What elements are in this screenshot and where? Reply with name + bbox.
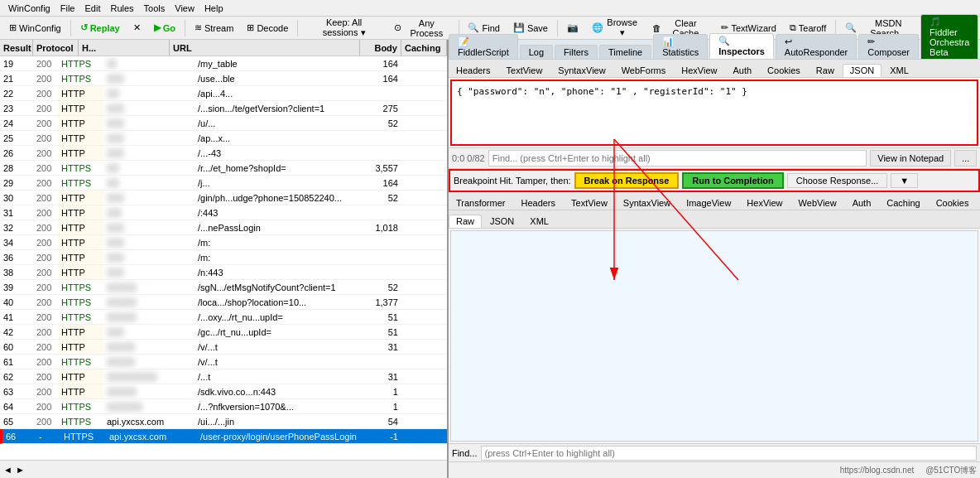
winconfig-icon: ⊞	[9, 22, 17, 33]
resp-tab-auth[interactable]: Auth	[845, 196, 879, 210]
tab-composer[interactable]: ✏ Composer	[858, 34, 919, 59]
table-row[interactable]: 61 200 HTTPS gd-st... /v/...t	[0, 355, 447, 369]
find-input[interactable]	[488, 150, 867, 167]
decode-button[interactable]: ⊞ Decode	[241, 20, 294, 36]
table-row-selected[interactable]: 66 - HTTPS api.yxcsx.com /user-proxy/log…	[0, 429, 447, 444]
table-row[interactable]: 23 200 HTTP host /...sion.../te/getVersi…	[0, 101, 447, 116]
table-row[interactable]: 36 200 HTTP host /m:	[0, 250, 447, 265]
browse-button[interactable]: 🌐 Browse ▾	[586, 15, 645, 41]
req-tab-xml[interactable]: XML	[882, 64, 916, 77]
table-row[interactable]: 30 200 HTTP host /gin/ph...udge?phone=15…	[0, 191, 447, 205]
table-row[interactable]: 34 200 HTTP host /m:	[0, 235, 447, 250]
table-row[interactable]: 24 200 HTTP host /u/... 52	[0, 116, 447, 131]
table-row[interactable]: 63 200 HTTP nel to... /sdk.vivo.co...n:4…	[0, 384, 447, 399]
resp-tab-webview[interactable]: WebView	[791, 196, 844, 210]
req-tab-raw[interactable]: Raw	[809, 64, 842, 77]
table-row[interactable]: 22 200 HTTP api /api...4...	[0, 86, 447, 101]
replay-button[interactable]: ↺ Replay	[74, 20, 126, 36]
table-body[interactable]: 19 200 HTTPS ap /my_table 164 21 200 HTT…	[0, 56, 447, 460]
resp-tab-syntaxview[interactable]: SyntaxView	[616, 196, 678, 210]
bottom-find-input[interactable]	[481, 446, 978, 461]
scroll-right[interactable]: ►	[16, 465, 444, 475]
resp-tab-headers[interactable]: Headers	[513, 196, 563, 210]
run-to-completion-button[interactable]: Run to Completion	[682, 172, 783, 189]
req-tab-cookies[interactable]: Cookies	[760, 64, 808, 77]
keep-sessions-button[interactable]: Keep: All sessions ▾	[301, 15, 387, 41]
tab-autoresponder[interactable]: ↩ AutoResponder	[776, 34, 857, 59]
table-row[interactable]: 28 200 HTTPS x... /r.../et_home?shopId= …	[0, 161, 447, 176]
go-button[interactable]: ▶ Go	[148, 20, 181, 36]
req-tab-auth[interactable]: Auth	[725, 64, 759, 77]
request-content-area: { "password": "n", "phone": "1" , "regis…	[450, 80, 978, 146]
tab-statistics[interactable]: 📊 Statistics	[653, 34, 708, 59]
req-tab-syntaxview[interactable]: SyntaxView	[550, 64, 612, 77]
close-button[interactable]: ✕	[127, 20, 147, 36]
table-row[interactable]: 42 200 HTTP host /gc.../rt_nu...upId= 51	[0, 325, 447, 340]
menu-tools[interactable]: Tools	[139, 2, 171, 15]
resp-tab-xml[interactable]: XML	[522, 215, 556, 228]
resp-tab-caching[interactable]: Caching	[879, 196, 927, 210]
menu-rules[interactable]: Rules	[105, 2, 138, 15]
winconfig-button[interactable]: ⊞ WinConfig	[3, 20, 67, 36]
menu-view[interactable]: View	[170, 2, 199, 15]
view-in-notepad-button[interactable]: View in Notepad	[870, 150, 951, 167]
col-protocol-header: Protocol	[33, 40, 79, 56]
find-toolbar: 0:0 0/82 View in Notepad ...	[449, 147, 980, 169]
left-panel: Result Protocol H... URL Body Caching 19…	[0, 40, 449, 478]
table-row[interactable]: 41 200 HTTPS ap...x... /...oxy.../rt_nu.…	[0, 310, 447, 325]
resp-tab-hexview[interactable]: HexView	[739, 196, 790, 210]
col-host-header: H...	[79, 40, 170, 56]
resp-tab-json[interactable]: JSON	[483, 215, 521, 228]
req-tab-headers[interactable]: Headers	[449, 64, 498, 77]
table-row[interactable]: 62 200 HTTP gd-sta...sh... /...t 31	[0, 369, 447, 384]
tab-fiddlerscript[interactable]: 📝 FiddlerScript	[449, 34, 518, 59]
msdn-icon: 🔍	[845, 22, 857, 33]
resp-tab-raw[interactable]: Raw	[449, 215, 482, 228]
find-more-button[interactable]: ...	[954, 150, 977, 167]
req-tab-textview[interactable]: TextView	[499, 64, 550, 77]
req-tab-webforms[interactable]: WebForms	[614, 64, 674, 77]
stream-button[interactable]: ≋ Stream	[189, 20, 239, 36]
table-row[interactable]: 21 200 HTTPS host /use...ble 164	[0, 71, 447, 86]
table-row[interactable]: 60 200 HTTP gd-st... /v/...t 31	[0, 340, 447, 355]
req-tab-hexview[interactable]: HexView	[674, 64, 724, 77]
breakpoint-label: Breakpoint Hit. Tamper, then:	[454, 176, 571, 186]
decode-icon: ⊞	[247, 22, 254, 33]
table-row[interactable]: 26 200 HTTP host /...-43	[0, 146, 447, 161]
menu-edit[interactable]: Edit	[79, 2, 105, 15]
table-row[interactable]: 38 200 HTTP host /n:443	[0, 265, 447, 280]
col-result-header: Result	[0, 40, 33, 56]
table-row[interactable]: 19 200 HTTPS ap /my_table 164	[0, 56, 447, 71]
tab-filters[interactable]: Filters	[555, 45, 598, 59]
any-process-button[interactable]: ⊙ Any Process	[388, 16, 455, 41]
screenshot-button[interactable]: 📷	[561, 20, 584, 36]
table-row[interactable]: 64 200 HTTPS onr...m... /...?nfkversion=…	[0, 399, 447, 414]
choose-response-button[interactable]: Choose Response...	[787, 173, 888, 188]
response-content	[450, 230, 978, 442]
scroll-left[interactable]: ◄	[3, 465, 12, 475]
tab-inspectors[interactable]: 🔍 Inspectors	[709, 33, 774, 59]
tab-log[interactable]: Log	[520, 45, 553, 59]
resp-tab-cookies[interactable]: Cookies	[929, 196, 977, 210]
tab-orchestra[interactable]: 🎵 Fiddler Orchestra Beta	[920, 14, 978, 59]
response-tabs-row1: Transformer Headers TextView SyntaxView …	[449, 192, 980, 210]
table-row[interactable]: 65 200 HTTPS api.yxcsx.com /ui.../...jin…	[0, 414, 447, 429]
breakpoint-dropdown[interactable]: ▼	[891, 173, 918, 188]
menu-winconfig[interactable]: WinConfig	[3, 2, 55, 15]
main-container: Result Protocol H... URL Body Caching 19…	[0, 40, 980, 478]
menu-help[interactable]: Help	[199, 2, 228, 15]
resp-tab-imageview[interactable]: ImageView	[679, 196, 738, 210]
menu-file[interactable]: File	[55, 2, 80, 15]
table-row[interactable]: 25 200 HTTP host /ap...x...	[0, 131, 447, 146]
break-on-response-button[interactable]: Break on Response	[574, 172, 680, 189]
table-row[interactable]: 31 200 HTTP to... /:443	[0, 205, 447, 220]
table-row[interactable]: 29 200 HTTPS c... /j... 164	[0, 176, 447, 191]
tab-timeline[interactable]: Timeline	[599, 45, 651, 59]
table-row[interactable]: 40 200 HTTPS ap...x... /loca.../shop?loc…	[0, 295, 447, 310]
table-row[interactable]: 32 200 HTTP host /...nePassLogin 1,018	[0, 220, 447, 235]
table-row[interactable]: 39 200 HTTPS ap...x... /sgN.../etMsgNoti…	[0, 280, 447, 295]
req-tab-json[interactable]: JSON	[843, 64, 882, 77]
status-right: https://blog.csdn.net @51CTO博客	[840, 465, 978, 476]
resp-tab-textview[interactable]: TextView	[564, 196, 615, 210]
resp-tab-transformer[interactable]: Transformer	[449, 196, 513, 210]
